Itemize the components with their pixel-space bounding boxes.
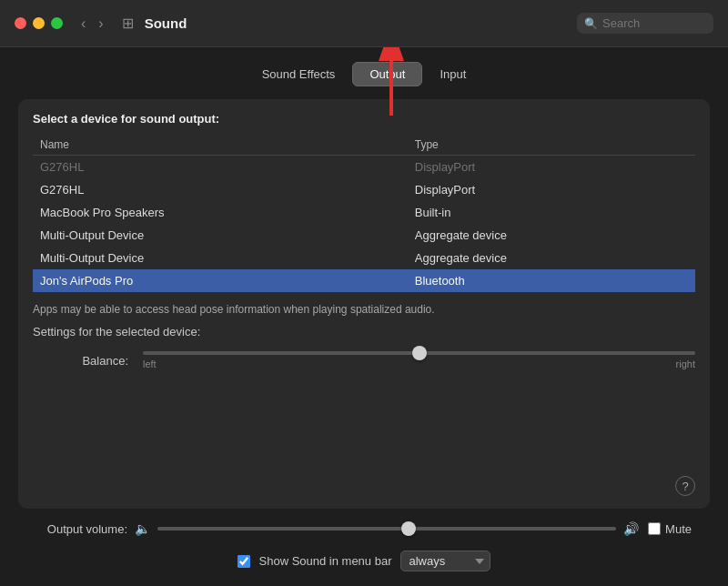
mute-checkbox-row: Mute: [648, 522, 692, 536]
table-row[interactable]: MacBook Pro SpeakersBuilt-in: [33, 201, 695, 224]
volume-high-icon: 🔊: [623, 521, 639, 536]
search-input[interactable]: [602, 16, 703, 30]
mute-checkbox[interactable]: [648, 522, 661, 535]
table-row[interactable]: Multi-Output DeviceAggregate device: [33, 224, 695, 247]
settings-label: Settings for the selected device:: [33, 325, 695, 338]
show-sound-label: Show Sound in menu bar: [259, 554, 392, 568]
help-button[interactable]: ?: [675, 476, 695, 496]
tab-output[interactable]: Output: [352, 62, 422, 86]
balance-row: Balance: left right: [33, 351, 695, 369]
device-name-cell: G276HL: [33, 156, 408, 179]
search-bar: 🔍: [577, 13, 713, 34]
col-name: Name: [33, 135, 408, 156]
search-icon: 🔍: [584, 17, 598, 30]
show-sound-row: Show Sound in menu bar always never when…: [18, 545, 710, 575]
note-text: Apps may be able to access head pose inf…: [33, 301, 695, 318]
device-type-cell: Built-in: [408, 201, 695, 224]
grid-icon: ⊞: [122, 15, 134, 32]
titlebar: ‹ › ⊞ Sound 🔍: [0, 0, 728, 47]
device-name-cell: Multi-Output Device: [33, 247, 408, 269]
section-title: Select a device for sound output:: [33, 112, 695, 126]
balance-slider-container: left right: [143, 351, 695, 369]
traffic-lights: [15, 17, 63, 29]
volume-low-icon: 🔈: [135, 521, 150, 536]
nav-buttons: ‹ ›: [77, 15, 107, 33]
device-type-cell: Bluetooth: [408, 269, 695, 292]
table-row[interactable]: Jon's AirPods ProBluetooth: [33, 269, 695, 292]
volume-row: Output volume: 🔈 🔊: [36, 521, 639, 536]
table-row[interactable]: G276HLDisplayPort: [33, 178, 695, 201]
mute-label: Mute: [665, 522, 692, 536]
device-name-cell: MacBook Pro Speakers: [33, 201, 408, 224]
device-table: Name Type G276HLDisplayPortG276HLDisplay…: [33, 135, 695, 292]
panel: Select a device for sound output: Name T…: [18, 99, 710, 509]
device-type-cell: DisplayPort: [408, 178, 695, 201]
col-type: Type: [408, 135, 695, 156]
show-sound-checkbox[interactable]: [238, 555, 250, 568]
main-content: Sound Effects Output Input Select a devi…: [0, 47, 728, 586]
window-title: Sound: [145, 15, 566, 31]
back-button[interactable]: ‹: [77, 15, 89, 33]
minimize-button[interactable]: [33, 17, 45, 29]
device-type-cell: Aggregate device: [408, 224, 695, 247]
tab-input[interactable]: Input: [422, 62, 483, 86]
close-button[interactable]: [15, 17, 26, 29]
balance-slider[interactable]: [143, 351, 695, 355]
balance-right-label: right: [676, 359, 695, 369]
device-name-cell: G276HL: [33, 178, 408, 201]
table-row[interactable]: G276HLDisplayPort: [33, 156, 695, 179]
always-dropdown[interactable]: always never when active: [400, 551, 490, 571]
device-name-cell: Multi-Output Device: [33, 224, 408, 247]
bottom-bar: Output volume: 🔈 🔊 Mute: [18, 512, 710, 545]
balance-label: Balance:: [69, 354, 128, 368]
maximize-button[interactable]: [51, 17, 63, 29]
volume-slider[interactable]: [157, 527, 616, 530]
forward-button[interactable]: ›: [95, 15, 106, 33]
device-name-cell: Jon's AirPods Pro: [33, 269, 408, 292]
table-row[interactable]: Multi-Output DeviceAggregate device: [33, 247, 695, 269]
tab-sound-effects[interactable]: Sound Effects: [245, 62, 353, 86]
balance-left-label: left: [143, 359, 157, 369]
tabs: Sound Effects Output Input: [18, 62, 710, 86]
device-type-cell: Aggregate device: [408, 247, 695, 269]
device-type-cell: DisplayPort: [408, 156, 695, 179]
output-volume-label: Output volume:: [36, 522, 127, 536]
